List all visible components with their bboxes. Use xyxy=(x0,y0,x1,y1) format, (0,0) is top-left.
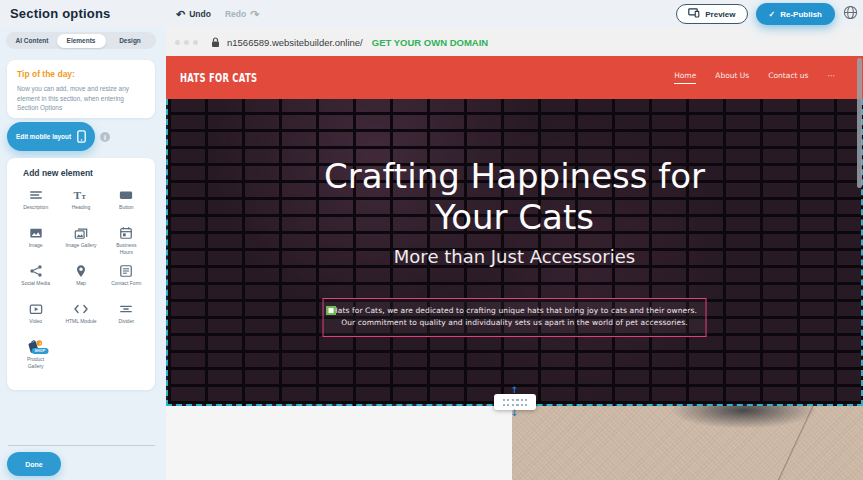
element-label: Map xyxy=(76,280,86,287)
svg-text:т: т xyxy=(82,192,86,201)
redo-button[interactable]: Redo ↷ xyxy=(225,9,259,19)
language-globe-icon[interactable] xyxy=(843,5,858,24)
tab-elements[interactable]: Elements xyxy=(57,34,106,48)
element-label: Description xyxy=(23,204,48,211)
map-icon xyxy=(74,263,88,278)
add-element-business-hours[interactable]: Business Hours xyxy=(104,225,149,256)
social-media-icon xyxy=(29,263,43,278)
element-label: Image xyxy=(29,242,43,249)
element-label: Divider xyxy=(119,318,135,325)
hero-heading[interactable]: Crafting Happiness for Your Cats xyxy=(168,156,861,238)
add-element-video[interactable]: Video xyxy=(13,301,58,332)
add-element-image[interactable]: Image xyxy=(13,225,58,256)
devices-icon xyxy=(688,8,700,20)
html-module-icon xyxy=(73,301,89,316)
element-label: Heading xyxy=(72,204,91,211)
tip-title: Tip of the day: xyxy=(17,69,145,79)
video-icon xyxy=(29,301,43,316)
nav-about-us[interactable]: About Us xyxy=(715,71,749,84)
nav-home[interactable]: Home xyxy=(674,71,696,84)
add-element-title: Add new element xyxy=(13,168,149,178)
element-label: Business Hours xyxy=(109,242,143,256)
lock-icon xyxy=(211,37,220,48)
undo-icon: ↶ xyxy=(176,9,185,19)
website-canvas: HATS FOR CATS HomeAbout UsContact us⋯ Cr… xyxy=(166,56,863,480)
divider-icon xyxy=(119,301,133,316)
svg-text:T: T xyxy=(74,188,82,200)
business-hours-icon xyxy=(119,225,133,240)
image-gallery-icon xyxy=(74,225,88,240)
get-own-domain-link[interactable]: GET YOUR OWN DOMAIN xyxy=(372,37,488,48)
element-label: Contact Form xyxy=(111,280,141,287)
undo-redo-group: ↶ Undo Redo ↷ xyxy=(176,0,259,28)
window-dots-icon xyxy=(175,40,198,45)
site-nav: HomeAbout UsContact us⋯ xyxy=(674,56,835,99)
heading-icon: Tт xyxy=(73,187,88,202)
add-element-contact-form[interactable]: Contact Form xyxy=(104,263,149,294)
sidebar-tabs: AI ContentElementsDesign xyxy=(6,32,156,49)
grip-dots-icon xyxy=(503,399,527,406)
top-toolbar: Section options ↶ Undo Redo ↷ Preview ✓ … xyxy=(0,0,863,28)
element-grid: DescriptionTтHeadingButtonImageImage Gal… xyxy=(13,187,149,370)
hero-section-selected[interactable]: Crafting Happiness for Your Cats More th… xyxy=(166,99,863,406)
arrow-up-icon: ↑ xyxy=(511,387,519,394)
done-button[interactable]: Done xyxy=(7,452,61,476)
site-logo[interactable]: HATS FOR CATS xyxy=(180,71,257,85)
check-icon: ✓ xyxy=(769,10,776,19)
toolbar-actions: Preview ✓ Re-Publish xyxy=(676,0,858,28)
add-element-button[interactable]: Button xyxy=(104,187,149,218)
site-header: HATS FOR CATS HomeAbout UsContact us⋯ xyxy=(166,56,863,99)
section-options-sidebar: AI ContentElementsDesign Tip of the day:… xyxy=(0,28,166,480)
add-element-map[interactable]: Map xyxy=(58,263,103,294)
redo-icon: ↷ xyxy=(250,9,259,19)
element-label: Social Media xyxy=(21,280,50,287)
button-icon xyxy=(119,187,133,202)
edit-mobile-layout-button[interactable]: Edit mobile layout xyxy=(7,122,95,151)
element-label: Video xyxy=(29,318,42,325)
tab-ai-content[interactable]: AI Content xyxy=(8,34,57,48)
nav-more[interactable]: ⋯ xyxy=(828,71,836,84)
arrow-down-icon: ↓ xyxy=(511,410,519,417)
image-icon xyxy=(29,225,43,240)
preview-button[interactable]: Preview xyxy=(676,4,747,24)
add-element-image-gallery[interactable]: Image Gallery xyxy=(58,225,103,256)
phone-icon xyxy=(77,130,86,144)
page-title: Section options xyxy=(10,6,111,21)
description-icon xyxy=(29,187,43,202)
element-label: Image Gallery xyxy=(65,242,96,249)
add-element-divider[interactable]: Divider xyxy=(104,301,149,332)
browser-chrome: n1566589.websitebuilder.online/ GET YOUR… xyxy=(166,28,863,56)
next-section-blank xyxy=(166,406,512,480)
tab-design[interactable]: Design xyxy=(106,34,155,48)
element-label: Button xyxy=(119,204,133,211)
element-label: HTML Module xyxy=(65,318,96,325)
undo-button[interactable]: ↶ Undo xyxy=(176,9,211,19)
preview-scrollbar[interactable] xyxy=(857,58,862,188)
site-url: n1566589.websitebuilder.online/ xyxy=(227,37,363,48)
contact-form-icon xyxy=(119,263,133,278)
add-new-element-panel: Add new element DescriptionTтHeadingButt… xyxy=(7,158,155,390)
site-preview-pane: n1566589.websitebuilder.online/ GET YOUR… xyxy=(166,28,863,480)
info-icon[interactable] xyxy=(100,132,110,142)
nav-contact-us[interactable]: Contact us xyxy=(768,71,808,84)
hero-paragraph-selected[interactable]: Hats for Cats, we are dedicated to craft… xyxy=(322,298,707,337)
sidebar-divider xyxy=(8,445,155,446)
resize-handle[interactable] xyxy=(326,306,335,315)
element-label: Product Gallery xyxy=(19,356,53,370)
website-builder-app: Section options ↶ Undo Redo ↷ Preview ✓ … xyxy=(0,0,863,480)
add-element-description[interactable]: Description xyxy=(13,187,58,218)
add-element-social-media[interactable]: Social Media xyxy=(13,263,58,294)
add-element-html-module[interactable]: HTML Module xyxy=(58,301,103,332)
hero-subheading[interactable]: More than Just Accessories xyxy=(168,246,861,267)
section-resize-handle[interactable]: ↑ ↓ xyxy=(494,387,536,417)
add-element-product-gallery[interactable]: SHOPProduct Gallery xyxy=(13,339,58,370)
tip-of-the-day-card: Tip of the day: Now you can add, move an… xyxy=(7,60,155,118)
shop-badge: SHOP xyxy=(31,348,48,354)
tip-body: Now you can add, move and resize any ele… xyxy=(17,84,145,113)
republish-button[interactable]: ✓ Re-Publish xyxy=(756,3,835,25)
next-section-image xyxy=(512,406,863,480)
add-element-heading[interactable]: TтHeading xyxy=(58,187,103,218)
